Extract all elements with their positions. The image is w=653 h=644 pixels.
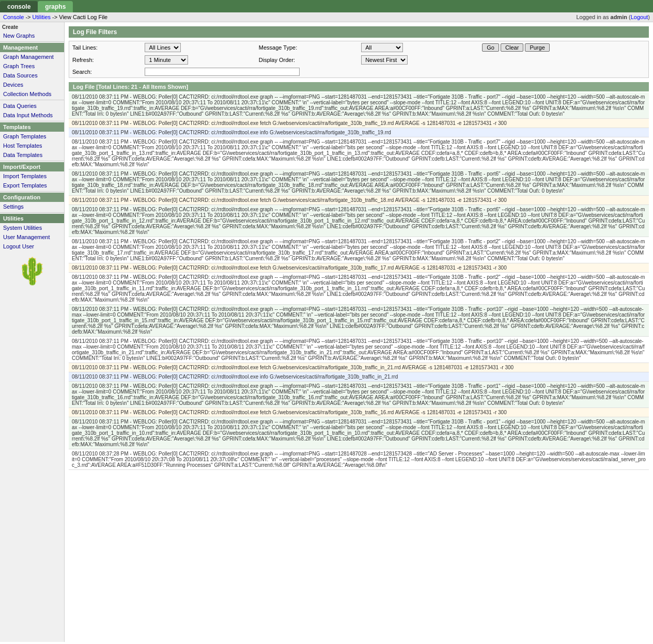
log-entry-row: 08/11/2010 08:37:11 PM - WEBLOG: Poller[… (69, 128, 649, 137)
log-entry-text: 08/11/2010 08:37:11 PM - WEBLOG: Poller[… (69, 237, 649, 263)
breadcrumb: Console -> Utilities -> View Cacti Log F… (3, 14, 107, 20)
sidebar-item-logout-user[interactable]: Logout User (0, 242, 64, 251)
clear-button[interactable]: Clear (501, 43, 523, 52)
log-entry-row: 08/11/2010 08:37:11 PM - WEBLOG: Poller[… (69, 372, 649, 382)
sidebar-configuration-header[interactable]: Configuration (0, 193, 64, 202)
top-tabs: console graphs (0, 0, 653, 12)
refresh-select[interactable]: 1 Minute 2 Minutes 5 Minutes No Refresh (145, 55, 188, 65)
log-entry-row: 08/11/2010 08:37:11 PM - WEBLOG: Poller[… (69, 205, 649, 237)
breadcrumb-console[interactable]: Console (3, 14, 24, 20)
log-entry-text: 08/11/2010 08:37:11 PM - WEBLOG: Poller[… (69, 119, 649, 128)
sidebar-item-data-queries[interactable]: Data Queries (0, 101, 64, 111)
sidebar-item-data-templates[interactable]: Data Templates (0, 150, 64, 160)
log-entry-text: 08/11/2010 08:37:11 PM - WEBLOG: Poller[… (69, 92, 649, 119)
log-entry-row: 08/11/2010 08:37:11 PM - WEBLOG: Poller[… (69, 196, 649, 205)
sidebar-utilities-header[interactable]: Utilities (0, 214, 64, 223)
refresh-label: Refresh: (72, 57, 94, 63)
cactus-icon: 🌵 (3, 256, 61, 286)
logged-in-text: Logged in as (576, 14, 609, 20)
log-entry-text: 08/11/2010 08:37:11 PM - WEBLOG: Poller[… (69, 128, 649, 137)
main-layout: Create New Graphs Management Graph Manag… (0, 22, 653, 642)
log-entry-text: 08/11/2010 08:37:11 PM - WEBLOG: Poller[… (69, 417, 649, 449)
main-content: Log File Filters Tail Lines: All Lines 5… (65, 22, 653, 642)
sidebar-create-label: Create (0, 22, 64, 31)
sidebar-item-data-input-methods[interactable]: Data Input Methods (0, 111, 64, 120)
sidebar-logo: 🌵 (0, 251, 64, 291)
sidebar-divider-1 (0, 41, 64, 42)
tail-lines-label: Tail Lines: (72, 44, 98, 51)
log-entry-row: 08/11/2010 08:37:11 PM - WEBLOG: Poller[… (69, 169, 649, 196)
sidebar-item-settings[interactable]: Settings (0, 202, 64, 211)
log-table: 08/11/2010 08:37:11 PM - WEBLOG: Poller[… (69, 92, 649, 470)
sidebar-management-header[interactable]: Management (0, 43, 64, 52)
breadcrumb-sep1: -> (25, 14, 32, 20)
breadcrumb-utilities[interactable]: Utilities (33, 14, 51, 20)
breadcrumb-current: View Cacti Log File (59, 14, 107, 20)
filters-table: Tail Lines: All Lines 50 100 500 Message… (69, 41, 649, 78)
go-button[interactable]: Go (482, 43, 499, 52)
log-entry-text: 08/11/2010 08:37:11 PM - WEBLOG: Poller[… (69, 169, 649, 196)
sidebar-divider-5 (0, 191, 64, 192)
breadcrumb-bar: Console -> Utilities -> View Cacti Log F… (0, 12, 653, 22)
sidebar: Create New Graphs Management Graph Manag… (0, 22, 65, 642)
search-label: Search: (72, 69, 92, 75)
log-entry-text: 08/11/2010 08:37:11 PM - WEBLOG: Poller[… (69, 137, 649, 169)
sidebar-item-devices[interactable]: Devices (0, 80, 64, 89)
log-entry-row: 08/11/2010 08:37:11 PM - WEBLOG: Poller[… (69, 337, 649, 363)
sidebar-divider-3 (0, 121, 64, 121)
sidebar-item-graph-templates[interactable]: Graph Templates (0, 132, 64, 141)
filters-section-header: Log File Filters (69, 26, 649, 38)
log-entry-row: 08/11/2010 08:37:11 PM - WEBLOG: Poller[… (69, 263, 649, 273)
auth-user: admin (611, 14, 627, 20)
sidebar-templates-header[interactable]: Templates (0, 122, 64, 132)
logout-link[interactable]: Logout (631, 14, 648, 20)
log-entry-text: 08/11/2010 08:37:28 PM - WEBLOG: Poller[… (69, 449, 649, 470)
log-entry-row: 08/11/2010 08:37:28 PM - WEBLOG: Poller[… (69, 449, 649, 470)
log-entry-text: 08/11/2010 08:37:11 PM - WEBLOG: Poller[… (69, 408, 649, 417)
message-type-label: Message Type: (259, 44, 297, 51)
tail-lines-select[interactable]: All Lines 50 100 500 (145, 43, 181, 52)
tab-console[interactable]: console (0, 1, 38, 12)
log-entry-text: 08/11/2010 08:37:11 PM - WEBLOG: Poller[… (69, 305, 649, 337)
log-entry-text: 08/11/2010 08:37:11 PM - WEBLOG: Poller[… (69, 372, 649, 382)
sidebar-item-export-templates[interactable]: Export Templates (0, 181, 64, 190)
sidebar-item-user-management[interactable]: User Management (0, 232, 64, 242)
sidebar-item-new-graphs[interactable]: New Graphs (0, 31, 64, 40)
log-entry-text: 08/11/2010 08:37:11 PM - WEBLOG: Poller[… (69, 337, 649, 363)
log-entry-row: 08/11/2010 08:37:11 PM - WEBLOG: Poller[… (69, 417, 649, 449)
log-entry-row: 08/11/2010 08:37:11 PM - WEBLOG: Poller[… (69, 137, 649, 169)
log-entry-row: 08/11/2010 08:37:11 PM - WEBLOG: Poller[… (69, 408, 649, 417)
auth-info: Logged in as admin (Logout) (576, 14, 650, 20)
log-entry-text: 08/11/2010 08:37:11 PM - WEBLOG: Poller[… (69, 363, 649, 372)
search-input[interactable] (145, 68, 300, 76)
sidebar-divider-4 (0, 161, 64, 161)
log-entry-row: 08/11/2010 08:37:11 PM - WEBLOG: Poller[… (69, 119, 649, 128)
log-entry-row: 08/11/2010 08:37:11 PM - WEBLOG: Poller[… (69, 363, 649, 372)
log-entry-text: 08/11/2010 08:37:11 PM - WEBLOG: Poller[… (69, 205, 649, 237)
sidebar-item-collection-methods[interactable]: Collection Methods (0, 89, 64, 99)
sidebar-divider-6 (0, 212, 64, 213)
tab-graphs[interactable]: graphs (38, 1, 73, 12)
sidebar-item-system-utilities[interactable]: System Utilities (0, 223, 64, 232)
log-entry-row: 08/11/2010 08:37:11 PM - WEBLOG: Poller[… (69, 305, 649, 337)
purge-button[interactable]: Purge (525, 43, 549, 52)
sidebar-divider-2 (0, 100, 64, 100)
log-entry-row: 08/11/2010 08:37:11 PM - WEBLOG: Poller[… (69, 237, 649, 263)
log-entry-row: 08/11/2010 08:37:11 PM - WEBLOG: Poller[… (69, 382, 649, 408)
sidebar-item-data-sources[interactable]: Data Sources (0, 71, 64, 80)
sidebar-item-import-templates[interactable]: Import Templates (0, 171, 64, 181)
breadcrumb-sep2: -> (52, 14, 59, 20)
display-order-label: Display Order: (259, 57, 295, 63)
sidebar-item-host-templates[interactable]: Host Templates (0, 141, 64, 150)
display-order-select[interactable]: Newest First Oldest First (361, 55, 408, 65)
log-entry-text: 08/11/2010 08:37:11 PM - WEBLOG: Poller[… (69, 382, 649, 408)
message-type-select[interactable]: All WEBLOG ERROR WARNING (361, 43, 403, 52)
sidebar-import-export-header[interactable]: Import/Export (0, 162, 64, 171)
sidebar-item-graph-trees[interactable]: Graph Trees (0, 61, 64, 71)
log-entry-text: 08/11/2010 08:37:11 PM - WEBLOG: Poller[… (69, 273, 649, 305)
sidebar-item-graph-management[interactable]: Graph Management (0, 52, 64, 61)
log-entry-row: 08/11/2010 08:37:11 PM - WEBLOG: Poller[… (69, 92, 649, 119)
log-entry-row: 08/11/2010 08:37:11 PM - WEBLOG: Poller[… (69, 273, 649, 305)
log-header: Log File [Total Lines: 21 - All Items Sh… (69, 82, 649, 91)
log-entry-text: 08/11/2010 08:37:11 PM - WEBLOG: Poller[… (69, 263, 649, 273)
